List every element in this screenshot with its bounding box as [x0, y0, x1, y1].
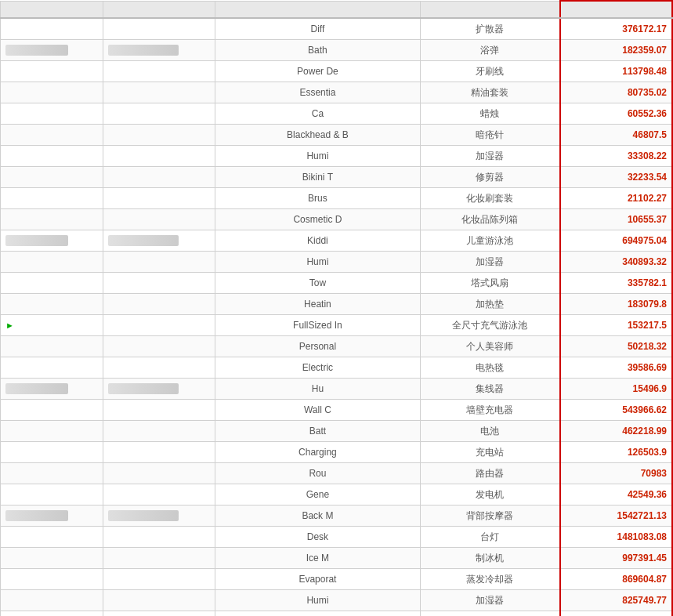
cell-market-en: FullSized In [215, 315, 420, 336]
cell-market-zh: 蒸发冷却器 [420, 569, 560, 590]
cell-market-en: Ca [215, 103, 420, 125]
table-row: Evaporat蒸发冷却器869604.87 [1, 569, 673, 590]
cell-sales: 1542721.13 [560, 505, 672, 527]
cell-brand [103, 421, 215, 442]
cell-company [1, 590, 103, 611]
cell-market-en: Desk [215, 527, 420, 548]
cell-sales: 46807.5 [560, 125, 672, 146]
cell-sales: 32233.54 [560, 167, 672, 188]
cell-company [1, 527, 103, 548]
cell-sales: 997391.45 [560, 548, 672, 569]
cell-brand [103, 484, 215, 505]
cell-company [1, 209, 103, 230]
cell-company [1, 18, 103, 40]
cell-market-zh: 浴弹 [420, 40, 560, 61]
table-row: Dehu除湿器812627.2 [1, 611, 673, 617]
cell-market-zh: 加湿器 [420, 590, 560, 611]
cell-market-en: Wall C [215, 400, 420, 421]
cell-market-zh: 发电机 [420, 484, 560, 505]
cell-market-zh: 电热毯 [420, 357, 560, 379]
cell-market-en: Dehu [215, 611, 420, 617]
cell-brand [103, 230, 215, 252]
cell-market-en: Brus [215, 188, 420, 209]
cell-market-en: Electric [215, 357, 420, 379]
cell-sales: 39586.69 [560, 357, 672, 379]
cell-company [1, 336, 103, 357]
cell-market-en: Back M [215, 505, 420, 527]
cell-market-en: Batt [215, 421, 420, 442]
cell-market-zh: 牙刷线 [420, 61, 560, 82]
table-row: Power De牙刷线113798.48 [1, 61, 673, 82]
cell-sales: 50218.32 [560, 336, 672, 357]
cell-market-en: Personal [215, 336, 420, 357]
cell-market-zh: 加湿器 [420, 146, 560, 167]
table-row: Desk台灯1481083.08 [1, 527, 673, 548]
cell-brand [103, 294, 215, 315]
cell-market-en: Blackhead & B [215, 125, 420, 146]
cell-sales: 126503.9 [560, 442, 672, 463]
cell-brand [103, 442, 215, 463]
cell-sales: 812627.2 [560, 611, 672, 617]
table-row: Brus化妆刷套装21102.27 [1, 188, 673, 209]
table-row: Tow塔式风扇335782.1 [1, 273, 673, 294]
cell-sales: 70983 [560, 463, 672, 484]
cell-brand [103, 379, 215, 400]
cell-market-zh: 化妆品陈列箱 [420, 209, 560, 230]
col-d-header [420, 1, 560, 18]
cell-market-zh: 扩散器 [420, 18, 560, 40]
cell-brand [103, 61, 215, 82]
table-row: Heatin加热垫183079.8 [1, 294, 673, 315]
cell-sales: 80735.02 [560, 82, 672, 103]
cell-market-zh: 蜡烛 [420, 103, 560, 125]
cell-company [1, 379, 103, 400]
cell-sales: 335782.1 [560, 273, 672, 294]
cell-market-zh: 精油套装 [420, 82, 560, 103]
table-row: Cosmetic D化妆品陈列箱10655.37 [1, 209, 673, 230]
cell-brand [103, 125, 215, 146]
table-row: Bikini T修剪器32233.54 [1, 167, 673, 188]
cell-market-en: Humi [215, 146, 420, 167]
cell-market-zh: 制冰机 [420, 548, 560, 569]
cell-market-zh: 台灯 [420, 527, 560, 548]
cell-company [1, 548, 103, 569]
cell-market-en: Bikini T [215, 167, 420, 188]
cell-sales: 15496.9 [560, 379, 672, 400]
cell-sales: 21102.27 [560, 188, 672, 209]
cell-market-zh: 路由器 [420, 463, 560, 484]
cell-market-en: Charging [215, 442, 420, 463]
cell-market-zh: 充电站 [420, 442, 560, 463]
cell-sales: 33308.22 [560, 146, 672, 167]
table-row: Diff扩散器376172.17 [1, 18, 673, 40]
cell-company [1, 82, 103, 103]
cell-market-zh: 集线器 [420, 379, 560, 400]
table-row: Kiddi儿童游泳池694975.04 [1, 230, 673, 252]
cell-market-en: Tow [215, 273, 420, 294]
cell-company [1, 484, 103, 505]
cell-company [1, 273, 103, 294]
cell-brand [103, 400, 215, 421]
cell-sales: 376172.17 [560, 18, 672, 40]
cell-brand [103, 273, 215, 294]
table-row: Gene发电机42549.36 [1, 484, 673, 505]
cell-company [1, 569, 103, 590]
cell-brand [103, 569, 215, 590]
cell-company [1, 125, 103, 146]
cell-market-zh: 个人美容师 [420, 336, 560, 357]
spreadsheet: Diff扩散器376172.17Bath浴弹182359.07Power De牙… [0, 0, 673, 616]
cell-brand [103, 103, 215, 125]
data-table: Diff扩散器376172.17Bath浴弹182359.07Power De牙… [0, 0, 673, 616]
cell-market-en: Humi [215, 252, 420, 273]
cell-market-zh: 除湿器 [420, 611, 560, 617]
cell-brand [103, 18, 215, 40]
table-row: Electric电热毯39586.69 [1, 357, 673, 379]
col-b-header [103, 1, 215, 18]
cell-sales: 153217.5 [560, 315, 672, 336]
cell-market-zh: 修剪器 [420, 167, 560, 188]
table-row: Ice M制冰机997391.45 [1, 548, 673, 569]
cell-brand [103, 357, 215, 379]
cell-company [1, 40, 103, 61]
cell-market-zh: 电池 [420, 421, 560, 442]
cell-brand [103, 463, 215, 484]
cell-company [1, 252, 103, 273]
table-row: Wall C墙壁充电器543966.62 [1, 400, 673, 421]
